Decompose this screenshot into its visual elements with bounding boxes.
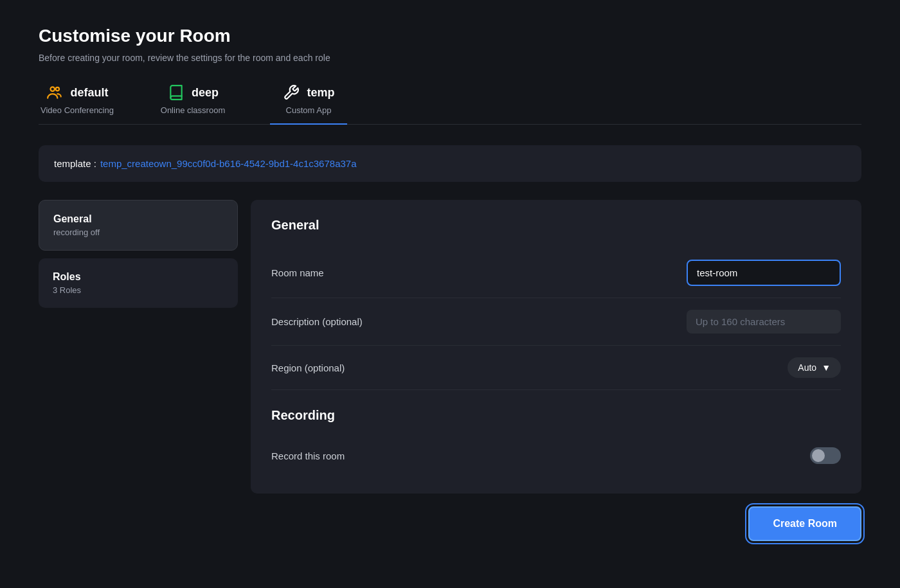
tab-default[interactable]: default Video Conferencing: [39, 84, 116, 124]
users-icon: [46, 84, 64, 102]
page-subtitle: Before creating your room, review the se…: [39, 53, 861, 63]
description-label: Description (optional): [271, 316, 363, 327]
book-icon: [167, 84, 185, 102]
chevron-down-icon: ▼: [822, 362, 831, 373]
tab-temp-label: temp: [307, 86, 334, 100]
tab-deep-sublabel: Online classroom: [161, 105, 225, 115]
room-name-label: Room name: [271, 267, 324, 278]
record-room-label: Record this room: [271, 450, 345, 461]
tab-deep-label: deep: [192, 86, 219, 100]
toggle-knob: [812, 449, 825, 462]
svg-point-1: [56, 87, 59, 91]
region-label: Region (optional): [271, 362, 345, 373]
tab-deep[interactable]: deep Online classroom: [154, 84, 231, 124]
wrench-icon: [282, 84, 300, 102]
template-label: template :: [54, 158, 96, 169]
sidebar-general-title: General: [53, 213, 223, 225]
template-bar: template : temp_createown_99cc0f0d-b616-…: [39, 145, 861, 182]
content-panel: General Room name Description (optional)…: [251, 200, 861, 494]
sidebar: General recording off Roles 3 Roles: [39, 200, 238, 494]
room-name-row: Room name: [271, 248, 841, 298]
sidebar-roles-title: Roles: [53, 271, 224, 283]
tab-temp[interactable]: temp Custom App: [270, 84, 347, 124]
main-layout: General recording off Roles 3 Roles Gene…: [39, 200, 861, 494]
recording-section-title: Recording: [271, 408, 841, 423]
general-section-title: General: [271, 218, 841, 233]
tab-default-sublabel: Video Conferencing: [40, 105, 114, 115]
room-name-input[interactable]: [687, 260, 841, 286]
page-title: Customise your Room: [39, 26, 861, 46]
sidebar-roles-subtitle: 3 Roles: [53, 285, 224, 295]
sidebar-general-subtitle: recording off: [53, 227, 223, 237]
sidebar-roles[interactable]: Roles 3 Roles: [39, 258, 238, 308]
description-input[interactable]: [687, 310, 841, 334]
description-row: Description (optional): [271, 298, 841, 346]
record-room-toggle[interactable]: [810, 447, 841, 464]
record-room-row: Record this room: [271, 436, 841, 476]
template-value: temp_createown_99cc0f0d-b616-4542-9bd1-4…: [100, 158, 357, 169]
tab-temp-sublabel: Custom App: [286, 105, 332, 115]
create-room-button[interactable]: Create Room: [748, 506, 861, 541]
tab-default-label: default: [70, 86, 108, 100]
region-row: Region (optional) Auto ▼: [271, 346, 841, 390]
tabs-container: default Video Conferencing deep Online c…: [39, 84, 861, 125]
svg-point-0: [51, 87, 55, 91]
footer-row: Create Room: [39, 506, 861, 541]
region-value: Auto: [798, 362, 816, 373]
region-select[interactable]: Auto ▼: [788, 357, 841, 378]
sidebar-general[interactable]: General recording off: [39, 200, 238, 251]
